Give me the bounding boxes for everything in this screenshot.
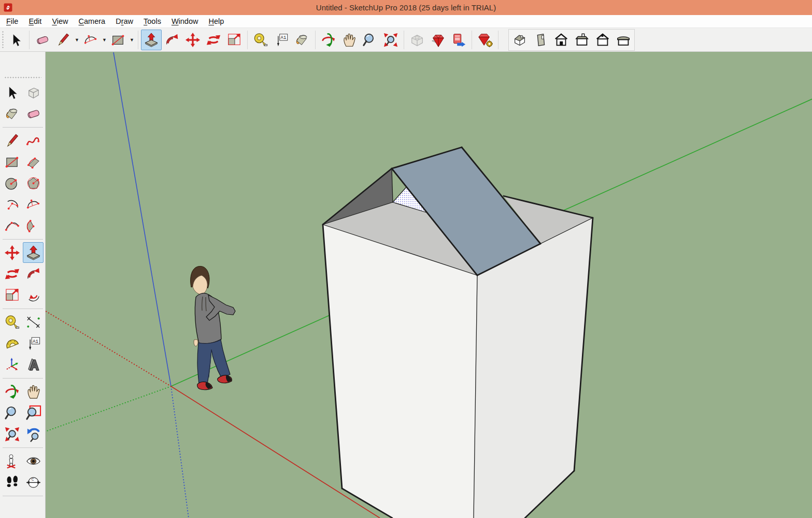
protractor-button[interactable] (2, 333, 22, 354)
text-button[interactable]: A1 (23, 333, 44, 354)
arc-dropdown[interactable]: ▼ (101, 30, 108, 50)
select-button[interactable] (2, 82, 22, 103)
3d-text-button[interactable] (23, 354, 44, 375)
push-pull-button[interactable] (23, 242, 44, 263)
tool-set-separator (0, 236, 45, 242)
menu-file[interactable]: File (1, 16, 23, 26)
menu-draw[interactable]: Draw (110, 16, 138, 26)
tape-measure-button[interactable] (250, 30, 271, 50)
menu-edit[interactable]: Edit (23, 16, 47, 26)
menu-window[interactable]: Window (166, 16, 204, 26)
two-point-arc-icon (83, 32, 98, 48)
pie-button[interactable] (23, 215, 44, 236)
view-front-button[interactable] (551, 30, 572, 50)
paint-bucket-button[interactable] (2, 103, 22, 124)
line-dropdown[interactable]: ▼ (74, 30, 80, 50)
rectangle-dropdown[interactable]: ▼ (129, 30, 135, 50)
look-around-button[interactable] (23, 451, 44, 471)
menu-tools[interactable]: Tools (138, 16, 166, 26)
two-point-arc-button[interactable] (23, 194, 44, 215)
scale-button[interactable] (224, 30, 245, 50)
walk-icon (4, 474, 20, 491)
scale-button[interactable] (2, 285, 22, 305)
offset-button[interactable] (23, 285, 44, 305)
make-component-button[interactable] (23, 82, 44, 103)
position-camera-button[interactable] (2, 451, 22, 471)
axes-button[interactable] (2, 354, 22, 375)
rotate-button[interactable] (2, 263, 22, 284)
rotated-rectangle-button[interactable] (23, 151, 44, 172)
eraser-icon (25, 106, 41, 122)
threed-text-icon (25, 357, 41, 373)
rotated-rectangle-icon (25, 154, 41, 170)
orbit-button[interactable] (318, 30, 339, 50)
menu-bar: FileEditViewCameraDrawToolsWindowHelp (0, 15, 812, 28)
eraser-button[interactable] (23, 103, 44, 124)
follow-me-icon (25, 266, 41, 282)
line-button[interactable] (2, 130, 22, 151)
text-button[interactable]: A1 (271, 30, 292, 50)
share-model-button[interactable] (448, 30, 469, 50)
orbit-button[interactable] (2, 381, 22, 402)
look-around-icon (25, 453, 41, 469)
3d-warehouse-button[interactable] (407, 30, 428, 50)
eraser-button[interactable] (32, 30, 53, 50)
follow-me-button[interactable] (23, 263, 44, 284)
menu-camera[interactable]: Camera (74, 16, 111, 26)
zoom-extents-button[interactable] (2, 424, 22, 444)
zoom-extents-button[interactable] (380, 30, 401, 50)
sketchup-window: Untitled - SketchUp Pro 2018 (25 days le… (0, 0, 812, 518)
menu-view[interactable]: View (47, 16, 73, 26)
view-right-button[interactable] (572, 30, 592, 50)
move-button[interactable] (182, 30, 203, 50)
select-button[interactable] (6, 30, 26, 50)
toolbar-grip[interactable] (2, 31, 4, 49)
view-top-button[interactable] (530, 30, 551, 50)
tape-measure-icon (4, 314, 20, 330)
extension-warehouse-button[interactable] (428, 30, 448, 50)
arc-button[interactable] (80, 30, 101, 50)
tool-set-separator (0, 124, 45, 130)
rectangle-button[interactable] (108, 30, 129, 50)
three-point-arc-button[interactable] (2, 215, 22, 236)
circle-button[interactable] (2, 173, 22, 193)
paint-bucket-button[interactable] (292, 30, 312, 50)
rectangle-icon (110, 32, 126, 48)
rectangle-button[interactable] (2, 151, 22, 172)
menu-help[interactable]: Help (203, 16, 229, 26)
zoom-previous-button[interactable] (23, 424, 44, 444)
orbit-icon (321, 32, 336, 48)
follow-me-button[interactable] (162, 30, 182, 50)
pan-button[interactable] (339, 30, 360, 50)
zoom-button[interactable] (2, 402, 22, 423)
view-iso-button[interactable] (509, 30, 530, 50)
toolbar-separator (29, 31, 30, 49)
text-icon: A1 (274, 32, 289, 48)
section-plane-button[interactable]: C (23, 472, 44, 493)
zoom-button[interactable] (360, 30, 380, 50)
paint-bucket-icon (294, 32, 310, 48)
view-left-button[interactable] (592, 30, 613, 50)
walk-button[interactable] (2, 472, 22, 493)
large-tool-set-grip[interactable] (4, 76, 41, 79)
box-left-face[interactable] (323, 225, 477, 518)
polygon-button[interactable] (23, 173, 44, 193)
view-back-button[interactable] (613, 30, 634, 50)
zoom-window-button[interactable] (23, 402, 44, 423)
arc-button[interactable] (2, 194, 22, 215)
toolbar-separator (404, 31, 404, 49)
extension-manager-button[interactable] (475, 30, 495, 50)
pan-button[interactable] (23, 381, 44, 402)
zoom-previous-icon (25, 426, 41, 442)
tape-measure-button[interactable] (2, 312, 22, 332)
push-pull-button[interactable] (141, 30, 162, 50)
move-button[interactable] (2, 242, 22, 263)
scale-icon (226, 32, 242, 48)
dimension-button[interactable] (23, 312, 44, 332)
rotate-button[interactable] (203, 30, 224, 50)
views-toolbar (508, 29, 635, 51)
push-pull-icon (25, 245, 41, 261)
modeling-canvas[interactable] (46, 52, 812, 518)
freehand-button[interactable] (23, 130, 44, 151)
line-button[interactable] (53, 30, 74, 50)
